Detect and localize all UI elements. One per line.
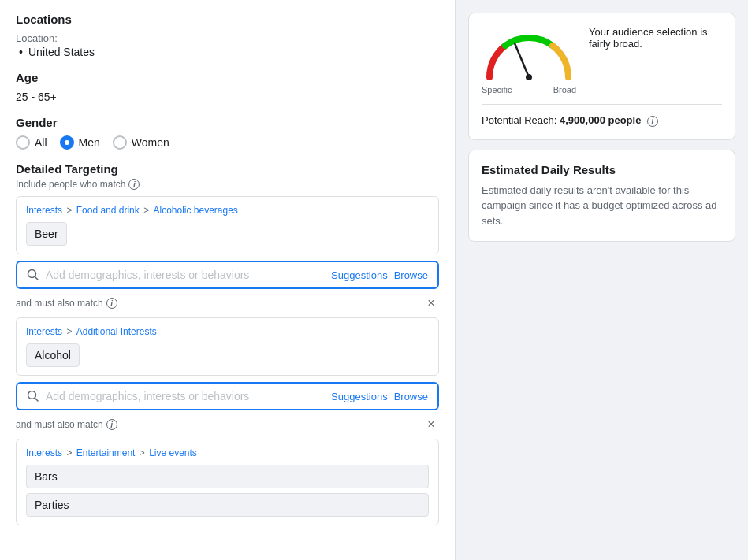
- gender-women-label: Women: [132, 136, 169, 149]
- interest-group-1: Interests > Food and drink > Alcoholic b…: [16, 196, 439, 254]
- and-match-info-icon-2[interactable]: i: [106, 419, 117, 430]
- include-label: Include people who match i: [16, 179, 439, 190]
- browse-btn-2[interactable]: Browse: [394, 391, 428, 402]
- svg-line-4: [515, 43, 529, 77]
- gender-men-radio[interactable]: [60, 135, 74, 150]
- and-match-row-2: and must also match i ×: [16, 417, 439, 432]
- breadcrumb-entertainment[interactable]: Entertainment: [76, 447, 136, 458]
- search-actions-1: Suggestions Browse: [331, 269, 428, 281]
- locations-title: Locations: [16, 13, 439, 26]
- suggestions-btn-2[interactable]: Suggestions: [331, 391, 388, 402]
- age-value: 25 - 65+: [16, 91, 439, 103]
- gender-women-radio[interactable]: [113, 135, 127, 150]
- daily-results-card: Estimated Daily Results Estimated daily …: [468, 150, 735, 243]
- search-actions-2: Suggestions Browse: [331, 391, 428, 402]
- interest-group-2: Interests > Additional Interests Alcohol: [16, 317, 439, 376]
- browse-btn-1[interactable]: Browse: [394, 269, 428, 281]
- gauge-specific-label: Specific: [482, 85, 512, 95]
- potential-reach-value: 4,900,000 people: [560, 114, 641, 126]
- search-bar-2[interactable]: Add demographics, interests or behaviors…: [16, 382, 439, 410]
- gauge-broad-label: Broad: [553, 85, 576, 95]
- detailed-targeting-section: Detailed Targeting Include people who ma…: [16, 162, 439, 525]
- svg-line-1: [35, 277, 39, 280]
- potential-reach-label: Potential Reach:: [482, 114, 556, 126]
- tag-parties: Parties: [26, 493, 429, 517]
- breadcrumb-interests-3[interactable]: Interests: [26, 447, 62, 458]
- and-match-text-1: and must also match i: [16, 298, 117, 309]
- breadcrumb-food[interactable]: Food and drink: [76, 205, 140, 216]
- right-panel: Specific Broad Your audience selection i…: [456, 0, 748, 560]
- breadcrumb-live-events[interactable]: Live events: [149, 447, 197, 458]
- search-input-2-placeholder: Add demographics, interests or behaviors: [46, 390, 325, 402]
- search-bar-1[interactable]: Add demographics, interests or behaviors…: [16, 261, 439, 289]
- search-input-1-placeholder: Add demographics, interests or behaviors: [46, 269, 325, 281]
- gauge-svg: [482, 26, 576, 81]
- detailed-targeting-title: Detailed Targeting: [16, 162, 439, 176]
- gender-men-option[interactable]: Men: [60, 135, 100, 150]
- gauge-labels: Specific Broad: [482, 85, 576, 95]
- svg-line-3: [35, 399, 39, 402]
- gender-all-label: All: [35, 136, 47, 149]
- daily-results-title: Estimated Daily Results: [482, 163, 722, 176]
- include-info-icon[interactable]: i: [128, 179, 140, 190]
- breadcrumb-2: Interests > Additional Interests: [26, 326, 429, 337]
- interest-group-3: Interests > Entertainment > Live events …: [16, 439, 439, 525]
- and-match-info-icon-1[interactable]: i: [106, 298, 117, 309]
- and-match-row-1: and must also match i ×: [16, 295, 439, 311]
- gauge-wrapper: Specific Broad: [482, 26, 576, 95]
- gender-women-option[interactable]: Women: [113, 135, 169, 150]
- and-match-text-2: and must also match i: [16, 419, 117, 430]
- gender-title: Gender: [16, 116, 439, 129]
- audience-desc: Your audience selection is fairly broad.: [589, 26, 722, 50]
- breadcrumb-additional-interests[interactable]: Additional Interests: [76, 326, 157, 337]
- potential-reach-info-icon[interactable]: i: [647, 116, 658, 127]
- breadcrumb-interests-2[interactable]: Interests: [26, 326, 62, 337]
- divider-1: [482, 104, 722, 105]
- tag-beer: Beer: [26, 222, 67, 246]
- location-value: United States: [16, 46, 439, 58]
- gauge-container: Specific Broad Your audience selection i…: [482, 26, 722, 95]
- age-title: Age: [16, 71, 439, 84]
- gender-men-label: Men: [79, 136, 100, 149]
- breadcrumb-interests-1[interactable]: Interests: [26, 205, 62, 216]
- locations-section: Locations Location: United States: [16, 13, 439, 58]
- potential-reach: Potential Reach: 4,900,000 people i: [482, 114, 722, 127]
- search-icon-2: [27, 390, 39, 402]
- breadcrumb-alcoholic[interactable]: Alcoholic beverages: [153, 205, 237, 216]
- gender-all-radio[interactable]: [16, 135, 30, 150]
- breadcrumb-3: Interests > Entertainment > Live events: [26, 447, 429, 458]
- suggestions-btn-1[interactable]: Suggestions: [331, 269, 388, 281]
- location-label: Location:: [16, 32, 439, 44]
- svg-point-5: [526, 74, 532, 80]
- gender-options: All Men Women: [16, 135, 439, 150]
- gender-all-option[interactable]: All: [16, 135, 47, 150]
- close-btn-2[interactable]: ×: [423, 417, 439, 432]
- search-icon-1: [27, 269, 39, 281]
- left-panel: Locations Location: United States Age 25…: [0, 0, 456, 560]
- gender-section: Gender All Men Women: [16, 116, 439, 150]
- daily-results-text: Estimated daily results aren't available…: [482, 183, 722, 229]
- close-btn-1[interactable]: ×: [423, 295, 439, 311]
- tag-alcohol: Alcohol: [26, 343, 80, 367]
- audience-card: Specific Broad Your audience selection i…: [468, 13, 735, 140]
- tag-bars: Bars: [26, 465, 429, 488]
- age-section: Age 25 - 65+: [16, 71, 439, 103]
- breadcrumb-1: Interests > Food and drink > Alcoholic b…: [26, 205, 429, 216]
